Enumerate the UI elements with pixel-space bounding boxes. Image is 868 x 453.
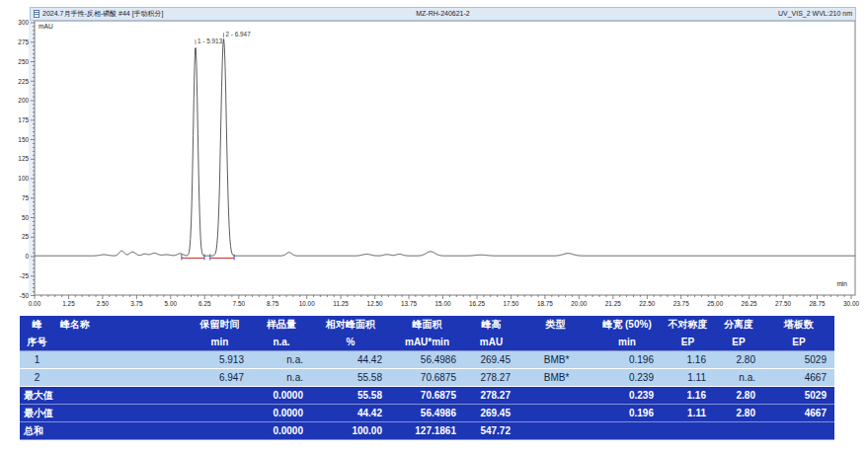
table-cell [54, 334, 188, 350]
svg-text:125: 125 [18, 155, 29, 162]
table-cell: 1.11 [662, 405, 714, 421]
table-cell [188, 422, 252, 439]
table-cell: 1.16 [662, 351, 714, 368]
svg-text:21.25: 21.25 [605, 300, 621, 307]
peak-row-2[interactable]: 26.947n.a.55.5870.6875278.27BMB*0.2391.1… [20, 369, 834, 387]
table-cell: BMB* [518, 369, 592, 386]
summary-row-sum: 总和0.0000100.00127.1861547.72 [20, 422, 834, 440]
svg-text:17.50: 17.50 [503, 300, 518, 307]
svg-text:150: 150 [18, 136, 29, 143]
svg-text:1.25: 1.25 [62, 300, 75, 307]
svg-text:15.00: 15.00 [435, 300, 451, 307]
table-cell: 相对峰面积 [311, 316, 390, 334]
table-cell: 最小值 [20, 405, 188, 421]
table-cell: 278.27 [464, 369, 518, 386]
table-cell [518, 334, 592, 350]
table-cell: 547.72 [464, 422, 518, 439]
table-header-row-1: 峰峰名称保留时间样品量相对峰面积峰面积峰高类型峰宽 (50%)不对称度分离度塔板… [20, 316, 834, 334]
table-cell: 5029 [763, 387, 834, 404]
table-cell [54, 369, 188, 386]
peak-results-table: 峰峰名称保留时间样品量相对峰面积峰面积峰高类型峰宽 (50%)不对称度分离度塔板… [20, 316, 834, 440]
table-cell: 塔板数 [763, 316, 834, 334]
svg-text:2 - 6.947: 2 - 6.947 [226, 31, 252, 38]
svg-text:1 - 5.913: 1 - 5.913 [197, 38, 223, 44]
table-cell: 样品量 [252, 316, 311, 334]
svg-text:6.25: 6.25 [198, 300, 211, 307]
svg-text:25.00: 25.00 [707, 300, 723, 307]
svg-text:25: 25 [22, 233, 30, 240]
table-cell: 44.42 [311, 405, 390, 421]
svg-text:11.25: 11.25 [333, 300, 349, 307]
table-cell: 269.45 [464, 351, 518, 368]
table-cell: 峰 [20, 316, 54, 334]
table-cell: n.a. [252, 351, 311, 368]
table-cell: 峰面积 [390, 316, 464, 334]
summary-row-min: 最小值0.000044.4256.4986269.450.1961.112.80… [20, 405, 834, 422]
table-cell: 2.80 [714, 387, 763, 404]
svg-text:22.50: 22.50 [639, 300, 655, 307]
svg-text:8.75: 8.75 [267, 300, 279, 307]
peak-row-1[interactable]: 15.913n.a.44.4256.4986269.45BMB*0.1961.1… [20, 351, 834, 369]
table-cell: 70.6875 [390, 369, 464, 386]
table-cell: 56.4986 [390, 351, 464, 368]
chromatogram-report: 0.001.252.503.755.006.257.508.7510.0011.… [0, 0, 868, 453]
summary-row-max: 最大值0.000055.5870.6875278.270.2391.162.80… [20, 387, 834, 405]
table-cell [188, 405, 252, 421]
svg-text:225: 225 [18, 78, 29, 85]
svg-text:50: 50 [22, 214, 30, 221]
svg-text:20.00: 20.00 [571, 300, 587, 307]
table-cell: 1 [20, 351, 54, 368]
table-cell: 44.42 [311, 351, 390, 368]
table-cell: 0.239 [592, 369, 662, 386]
table-cell [592, 422, 662, 439]
table-cell: 0.239 [592, 387, 662, 404]
table-cell: 56.4986 [390, 405, 464, 421]
table-cell: % [311, 334, 390, 350]
svg-text:mAU: mAU [39, 23, 53, 30]
svg-text:-25: -25 [20, 272, 30, 279]
table-cell: 0.0000 [252, 405, 311, 421]
table-cell [714, 422, 763, 439]
table-cell: 6.947 [188, 369, 252, 386]
table-cell: 0.196 [592, 351, 662, 368]
table-cell: BMB* [518, 351, 592, 368]
table-cell [54, 351, 188, 368]
table-cell: n.a. [252, 334, 311, 350]
svg-text:-50: -50 [20, 292, 30, 299]
table-cell: 127.1861 [390, 422, 464, 439]
table-cell: mAU*min [390, 334, 464, 350]
table-cell: 1.16 [662, 387, 714, 404]
table-cell: 2.80 [714, 351, 763, 368]
table-cell [662, 422, 714, 439]
svg-text:7.50: 7.50 [233, 300, 246, 307]
table-cell: 4667 [763, 369, 834, 386]
table-cell: EP [714, 334, 763, 350]
svg-text:2.50: 2.50 [97, 300, 110, 307]
svg-text:30.00: 30.00 [843, 300, 859, 307]
svg-text:0.00: 0.00 [29, 300, 41, 307]
table-cell: 不对称度 [662, 316, 714, 334]
chromatogram-plot[interactable]: 0.001.252.503.755.006.257.508.7510.0011.… [0, 0, 868, 311]
table-cell: 2 [20, 369, 54, 386]
svg-text:200: 200 [18, 97, 29, 104]
table-cell: 4667 [763, 405, 834, 421]
svg-text:250: 250 [18, 58, 29, 65]
table-cell: min [592, 334, 662, 350]
table-cell: n.a. [714, 369, 763, 386]
table-cell: 5029 [763, 351, 834, 368]
table-cell: 0.0000 [252, 422, 311, 439]
table-cell: 55.58 [311, 369, 390, 386]
table-cell: 最大值 [20, 387, 188, 404]
table-cell [518, 387, 592, 404]
svg-text:75: 75 [22, 194, 30, 201]
table-cell: 总和 [20, 422, 188, 439]
svg-text:27.50: 27.50 [775, 300, 791, 307]
svg-text:13.75: 13.75 [401, 300, 417, 307]
table-cell: 峰名称 [54, 316, 188, 334]
table-cell: 5.913 [188, 351, 252, 368]
table-cell [518, 422, 592, 439]
table-cell: 269.45 [464, 405, 518, 421]
table-cell [518, 405, 592, 421]
table-cell: 2.80 [714, 405, 763, 421]
svg-text:16.25: 16.25 [469, 300, 485, 307]
